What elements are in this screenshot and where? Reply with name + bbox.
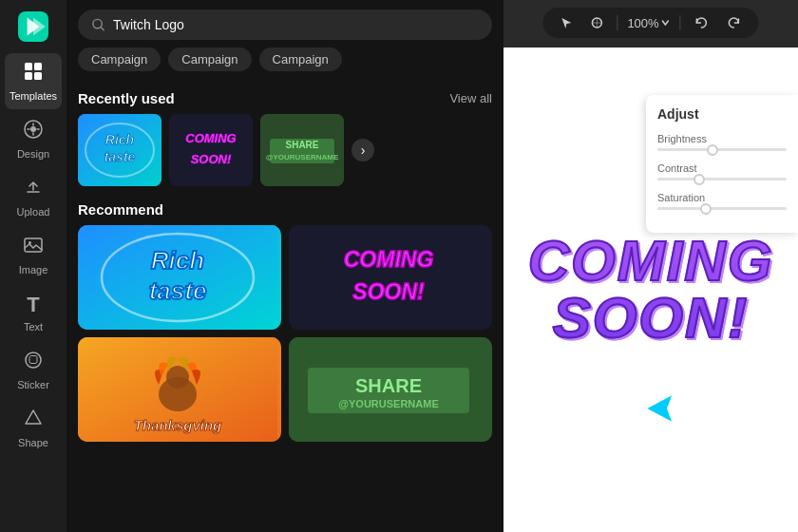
image-label: Image <box>19 264 48 276</box>
sidebar-item-templates[interactable]: Templates <box>5 53 62 109</box>
svg-rect-2 <box>34 63 42 70</box>
sidebar-item-upload[interactable]: Upload <box>5 169 62 225</box>
canvas-area: 100% COMINGSOON! Adjust <box>504 0 798 532</box>
svg-marker-39 <box>645 393 674 424</box>
svg-text:SHARE: SHARE <box>355 375 422 396</box>
shape-label: Shape <box>18 437 48 448</box>
canvas-toolbar: 100% <box>542 8 758 38</box>
sticker-icon <box>23 350 44 375</box>
contrast-slider[interactable] <box>657 178 787 180</box>
recent-thumb-rich-taste[interactable]: Rich taste <box>78 114 162 186</box>
templates-label: Templates <box>10 90 57 102</box>
templates-icon <box>23 61 44 86</box>
design-label: Design <box>17 148 49 160</box>
svg-point-5 <box>30 126 36 132</box>
contrast-thumb[interactable] <box>694 174 705 185</box>
svg-text:@YOURUSERNAME: @YOURUSERNAME <box>338 398 438 409</box>
svg-text:taste: taste <box>104 149 136 164</box>
recently-used-row: Rich taste COMING SOON! SHARE @YOURUSER <box>78 114 492 186</box>
canvas-white: COMINGSOON! Adjust Brightness Contrast S… <box>504 48 798 532</box>
filter-chip-1[interactable]: Campaign <box>168 48 251 71</box>
filter-chip-0[interactable]: Campaign <box>78 48 161 71</box>
chevron-down-icon <box>661 18 671 28</box>
contrast-label: Contrast <box>657 162 787 174</box>
view-all-button[interactable]: View all <box>449 91 492 105</box>
svg-point-8 <box>26 352 41 368</box>
svg-text:COMING: COMING <box>185 131 236 145</box>
zoom-control[interactable]: 100% <box>627 16 670 30</box>
filter-chip-2[interactable]: Campaign <box>259 48 342 71</box>
image-icon <box>23 235 44 260</box>
sidebar-item-design[interactable]: Design <box>5 111 62 167</box>
svg-rect-14 <box>169 114 253 186</box>
sidebar-item-image[interactable]: Image <box>5 227 62 283</box>
cursor-arrow-icon <box>641 388 683 429</box>
saturation-slider[interactable] <box>657 207 787 210</box>
saturation-row: Saturation <box>657 192 787 210</box>
undo-icon <box>694 15 710 30</box>
saturation-thumb[interactable] <box>700 203 712 215</box>
canvas-coming-soon-text: COMINGSOON! <box>528 233 774 347</box>
svg-text:SOON!: SOON! <box>191 152 232 166</box>
brightness-row: Brightness <box>657 133 787 151</box>
panel-content: Recently used View all Rich taste <box>66 81 504 532</box>
toolbar-divider-2 <box>680 15 681 30</box>
svg-rect-25 <box>289 225 488 330</box>
sidebar: Templates Design Upload <box>0 0 66 532</box>
brightness-thumb[interactable] <box>707 144 718 156</box>
svg-text:Thanksgving: Thanksgving <box>134 417 222 433</box>
redo-button[interactable] <box>723 13 746 32</box>
recommend-header: Recommend <box>78 201 492 218</box>
svg-text:SOON!: SOON! <box>352 279 425 304</box>
rec-card-thanksgiving[interactable]: Thanksgving <box>78 337 281 442</box>
rec-card-coming-soon[interactable]: COMING SOON! <box>289 225 492 330</box>
app-logo <box>14 8 52 46</box>
svg-text:taste: taste <box>149 276 207 305</box>
svg-text:COMING: COMING <box>344 247 434 272</box>
search-input[interactable] <box>113 17 479 32</box>
recent-thumb-share[interactable]: SHARE @YOURUSERNAME <box>260 114 344 186</box>
rec-card-rich-taste[interactable]: Rich taste <box>78 225 281 330</box>
brightness-label: Brightness <box>657 133 787 144</box>
zoom-value: 100% <box>627 16 658 30</box>
recommend-grid: Rich taste COMING SOON! <box>78 225 492 442</box>
text-label: Text <box>24 321 43 332</box>
recently-used-header: Recently used View all <box>78 90 492 106</box>
contrast-row: Contrast <box>657 162 787 180</box>
redo-icon <box>727 15 742 30</box>
svg-text:Rich: Rich <box>151 246 204 275</box>
rec-card-share[interactable]: SHARE @YOURUSERNAME <box>289 337 492 442</box>
templates-panel: Campaign Campaign Campaign Recently used… <box>66 0 504 532</box>
saturation-label: Saturation <box>657 192 787 203</box>
recent-thumb-coming-soon[interactable]: COMING SOON! <box>169 114 253 186</box>
sticker-label: Sticker <box>17 379 49 390</box>
filter-chips: Campaign Campaign Campaign <box>66 48 504 81</box>
search-bar <box>66 0 504 48</box>
sidebar-item-text[interactable]: T Text <box>5 285 62 340</box>
undo-button[interactable] <box>691 13 713 32</box>
select-tool-button[interactable] <box>556 14 577 31</box>
adjust-panel: Adjust Brightness Contrast Saturation <box>646 95 798 233</box>
recently-used-title: Recently used <box>78 90 175 106</box>
cursor-icon <box>560 16 573 29</box>
svg-text:Rich: Rich <box>105 132 134 147</box>
design-icon <box>23 119 44 144</box>
brightness-slider[interactable] <box>657 148 787 151</box>
svg-rect-3 <box>25 72 32 80</box>
svg-rect-1 <box>25 63 32 70</box>
canvas-text-element[interactable]: COMINGSOON! <box>528 233 774 347</box>
sidebar-item-sticker[interactable]: Sticker <box>5 342 62 398</box>
text-icon: T <box>27 293 39 317</box>
search-input-wrap[interactable] <box>78 10 492 40</box>
crop-icon <box>590 16 603 29</box>
search-icon <box>91 17 105 32</box>
svg-rect-4 <box>34 72 42 80</box>
adjust-panel-title: Adjust <box>657 106 787 122</box>
sidebar-item-shape[interactable]: Shape <box>5 400 62 456</box>
upload-label: Upload <box>17 206 50 218</box>
toolbar-divider <box>617 15 618 30</box>
svg-text:@YOURUSERNAME: @YOURUSERNAME <box>266 153 339 162</box>
recommend-title: Recommend <box>78 201 163 218</box>
crop-tool-button[interactable] <box>586 14 607 31</box>
recent-next-arrow[interactable]: › <box>352 139 374 162</box>
